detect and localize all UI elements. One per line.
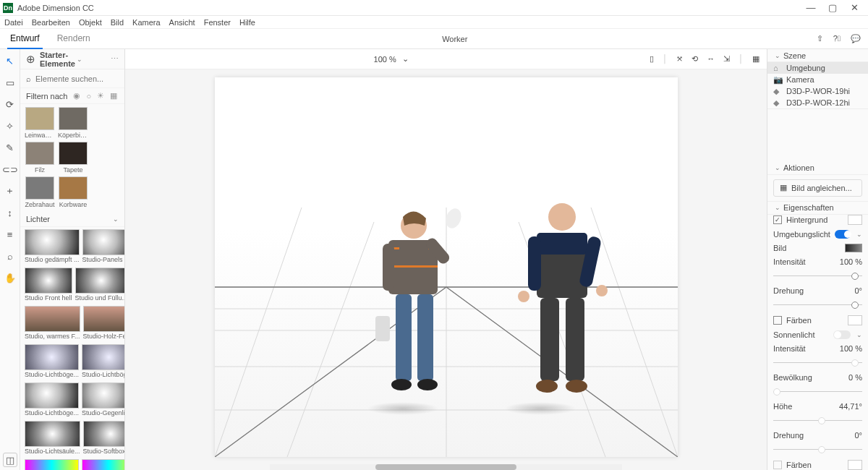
light-preset[interactable]: Studio Front hell	[25, 268, 72, 302]
menu-bild[interactable]: Bild	[111, 18, 124, 27]
tool-sample[interactable]: ✎	[3, 140, 17, 155]
faerben-checkbox[interactable]	[773, 316, 782, 325]
tool-wand[interactable]: ✧	[3, 119, 17, 133]
lichter-heading[interactable]: Lichter⌄	[20, 211, 124, 227]
tool-align[interactable]: ≡	[3, 227, 17, 242]
tab-entwurf[interactable]: Entwurf	[7, 29, 43, 49]
filter-label: Filtern nach	[26, 92, 67, 101]
align-image-button[interactable]: ▦Bild angleichen...	[773, 179, 862, 197]
canvas[interactable]	[215, 77, 678, 457]
scene-item[interactable]: ◆D3D-P-WOR-12hi	[767, 97, 868, 108]
tool-dock-toggle[interactable]: ◫	[3, 453, 17, 467]
light-preset[interactable]: Studio und Füllu...	[75, 268, 124, 302]
menu-objekt[interactable]: Objekt	[79, 18, 102, 27]
menu-hilfe[interactable]: Hilfe	[239, 18, 255, 27]
camera-zoom-icon[interactable]: ⇲	[723, 54, 730, 64]
light-preset[interactable]: Studio-Gegenlich...	[82, 383, 124, 416]
close-button[interactable]: ✕	[843, 0, 865, 16]
menu-ansicht[interactable]: Ansicht	[169, 18, 195, 27]
tool-add[interactable]: ＋	[3, 184, 17, 198]
intensitaet-label: Intensität	[773, 257, 806, 266]
scene-item[interactable]: 📷Kamera	[767, 74, 868, 85]
material-item[interactable]: Leinwand...	[25, 107, 55, 139]
camera-home-icon[interactable]: ⤧	[676, 54, 683, 64]
sonnenlicht-toggle[interactable]	[833, 330, 851, 339]
svg-rect-29	[540, 298, 559, 381]
help-icon[interactable]: ?⃝	[833, 34, 841, 43]
minimize-button[interactable]: —	[800, 0, 822, 16]
assets-heading[interactable]: Starter-Elemente	[40, 51, 75, 68]
tool-hand[interactable]: ✋	[3, 270, 17, 285]
svg-rect-20	[396, 294, 412, 381]
menu-bearbeiten[interactable]: Bearbeiten	[32, 18, 70, 27]
bookmark-icon[interactable]: ▯	[650, 54, 654, 64]
add-asset-button[interactable]: ⊕	[26, 53, 35, 66]
render-preview-icon[interactable]: ▦	[752, 54, 760, 64]
menu-kamera[interactable]: Kamera	[132, 18, 161, 27]
light-preset[interactable]: Studio-Panels hell	[82, 229, 124, 263]
hintergrund-color[interactable]	[848, 215, 862, 225]
hintergrund-checkbox[interactable]: ✓	[773, 215, 782, 224]
faerben-color[interactable]	[848, 315, 862, 325]
tab-rendern[interactable]: Rendern	[54, 29, 93, 49]
filter-sun-icon[interactable]: ☀	[97, 91, 104, 101]
tool-orbit[interactable]: ⟳	[3, 97, 17, 111]
tool-magnet[interactable]: ⊂⊃	[3, 162, 17, 176]
horizontal-scrollbar[interactable]	[270, 464, 622, 470]
drehung-slider[interactable]	[773, 300, 862, 310]
chevron-down-icon[interactable]: ⌄	[856, 331, 862, 338]
scene-heading[interactable]: ⌄Szene	[767, 49, 868, 62]
material-item[interactable]: Tapete	[58, 142, 88, 174]
sonnenlicht-label: Sonnenlicht	[773, 330, 829, 339]
search-input[interactable]	[35, 74, 135, 83]
light-preset[interactable]: Studio-Lichtböge...	[25, 383, 79, 416]
light-preset[interactable]: Studio-Holz-Fens...	[83, 306, 124, 340]
tool-select[interactable]: ↖	[3, 54, 17, 68]
scene-item[interactable]: ⌂Umgebung	[767, 62, 868, 74]
3d-worker-2[interactable]	[501, 189, 624, 414]
light-preset[interactable]: Studio-Softbox, 3...	[83, 421, 124, 455]
svg-point-36	[596, 285, 608, 296]
filter-circle-icon[interactable]: ○	[86, 92, 91, 101]
menu-datei[interactable]: Datei	[4, 18, 23, 27]
light-list: Studio gedämpft ...Studio-Panels hellStu…	[20, 227, 124, 470]
light-preset[interactable]: Studio gedämpft ...	[25, 229, 80, 263]
light-preset[interactable]: Studio-Farbbühn...	[82, 459, 124, 470]
camera-pan-icon[interactable]: ↔	[707, 54, 715, 64]
maximize-button[interactable]: ▢	[822, 0, 843, 16]
light-preset[interactable]: Studio-Lichtböge...	[25, 344, 79, 378]
material-item[interactable]: Korbware	[58, 176, 88, 208]
chat-icon[interactable]: 💬	[851, 34, 861, 43]
zoom-dropdown-icon[interactable]: ⌄	[402, 54, 409, 64]
menu-fenster[interactable]: Fenster	[204, 18, 231, 27]
svg-point-37	[536, 380, 558, 393]
svg-rect-30	[566, 298, 584, 381]
chevron-down-icon[interactable]: ⌄	[77, 56, 82, 63]
bild-thumbnail[interactable]	[845, 244, 862, 252]
share-icon[interactable]: ⇧	[817, 34, 823, 43]
properties-heading[interactable]: ⌄Eigenschaften	[767, 202, 868, 215]
umgebungslicht-toggle[interactable]	[835, 230, 851, 239]
light-preset[interactable]: Studio, warmes F...	[25, 306, 80, 340]
material-item[interactable]: Filz	[25, 142, 55, 174]
actions-heading[interactable]: ⌄Aktionen	[767, 162, 868, 175]
material-item[interactable]: Köperbin...	[58, 107, 88, 139]
tool-move[interactable]: ↕	[3, 205, 17, 220]
filter-cube-icon[interactable]: ◉	[73, 91, 80, 101]
zoom-value[interactable]: 100 %	[374, 55, 396, 64]
light-preset[interactable]: Studio-Lichtböge...	[82, 344, 124, 378]
scene-item[interactable]: ◆D3D-P-WOR-19hi	[767, 85, 868, 97]
camera-orbit-icon[interactable]: ⟲	[692, 54, 698, 64]
drehung-label: Drehung	[773, 286, 804, 295]
chevron-down-icon[interactable]: ⌄	[856, 231, 862, 238]
light-preset[interactable]: Studio-Farbbühn...	[25, 459, 79, 470]
light-preset[interactable]: Studio-Lichtsäule...	[25, 421, 80, 455]
material-item[interactable]: Zebrahaut	[25, 176, 55, 208]
tool-zoom[interactable]: ⌕	[3, 249, 17, 263]
tool-column: ↖ ▭ ⟳ ✧ ✎ ⊂⊃ ＋ ↕ ≡ ⌕ ✋ ◫	[0, 49, 20, 470]
tool-marquee[interactable]: ▭	[3, 75, 17, 90]
intensitaet-slider[interactable]	[773, 271, 862, 281]
filter-image-icon[interactable]: ▦	[110, 91, 117, 101]
assets-menu-button[interactable]: ⋯	[111, 54, 119, 64]
3d-worker-1[interactable]	[359, 197, 468, 414]
